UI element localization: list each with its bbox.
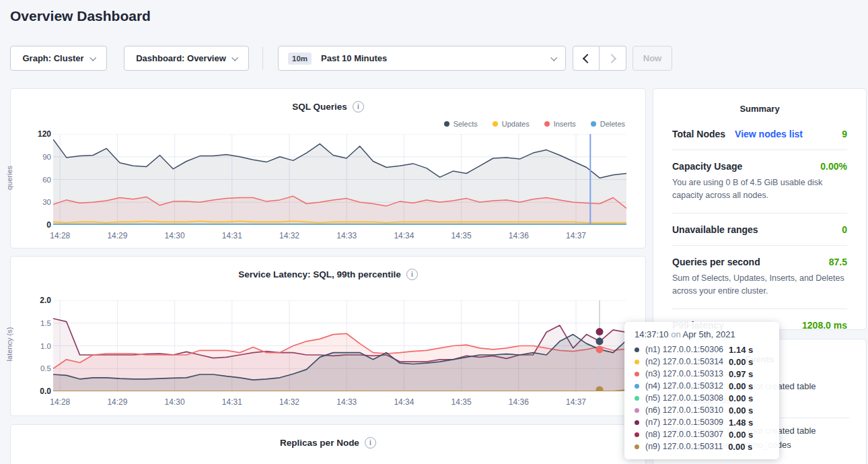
node-color-dot (635, 396, 639, 401)
now-button[interactable]: Now (632, 46, 672, 71)
tooltip-row: (n6) 127.0.0.1:503100.00 s (635, 404, 771, 416)
time-prev-button[interactable] (573, 46, 600, 71)
tooltip-node-value: 0.00 s (729, 430, 753, 440)
node-color-dot (635, 432, 639, 437)
x-tick-label: 14:34 (394, 397, 414, 407)
y-tick-label: 60 (42, 176, 51, 184)
x-tick-label: 14:37 (566, 397, 586, 407)
x-tick-label: 14:32 (279, 397, 299, 407)
toolbar: Graph: Cluster Dashboard: Overview 10m P… (0, 46, 868, 71)
node-color-dot (635, 384, 639, 389)
legend-item-deletes[interactable]: Deletes (591, 120, 625, 128)
y-tick-label: 120 (38, 129, 51, 139)
y-axis-label: latency (s) (5, 304, 13, 385)
tooltip-row: (n3) 127.0.0.1:503130.97 s (635, 368, 771, 380)
tooltip-row: (n8) 127.0.0.1:503070.00 s (635, 428, 771, 440)
tooltip-timestamp: 14:37:10 on Apr 5th, 2021 (635, 329, 771, 339)
x-tick-label: 14:37 (566, 231, 586, 240)
dashboard-dropdown-label: Dashboard: Overview (136, 53, 226, 63)
info-icon[interactable]: i (406, 269, 418, 280)
chart-legend: SelectsUpdatesInsertsDeletes (444, 120, 625, 128)
tooltip-rows: (n1) 127.0.0.1:503061.14 s(n2) 127.0.0.1… (635, 343, 771, 453)
tooltip-node-address: (n2) 127.0.0.1:50314 (645, 357, 723, 366)
legend-dot (493, 121, 498, 127)
tooltip-node-address: (n3) 127.0.0.1:50313 (645, 369, 723, 378)
x-tick-label: 14:33 (336, 231, 357, 240)
y-tick-label: 0.0 (40, 387, 51, 396)
chevron-right-icon (606, 53, 616, 63)
summary-row-capacity: Capacity Usage 0.00% You are using 0 B o… (672, 150, 847, 213)
summary-row-qps: Queries per second 87.5 Sum of Selects, … (672, 246, 847, 309)
node-color-dot (635, 372, 639, 376)
summary-row-unavailable-ranges: Unavailable ranges 0 (672, 213, 847, 246)
capacity-usage-value: 0.00% (820, 161, 847, 172)
graph-dropdown[interactable]: Graph: Cluster (10, 46, 107, 71)
chart-hover-tooltip: 14:37:10 on Apr 5th, 2021 (n1) 127.0.0.1… (624, 322, 779, 459)
dashboard-dropdown[interactable]: Dashboard: Overview (124, 46, 249, 71)
legend-label: Updates (502, 120, 530, 128)
qps-label: Queries per second (672, 257, 760, 267)
y-tick-label: 1.5 (40, 319, 51, 327)
y-tick-label: 0.5 (40, 364, 51, 372)
tooltip-node-address: (n5) 127.0.0.1:50308 (645, 393, 723, 403)
page-title: Overview Dashboard (10, 8, 151, 24)
y-axis-ticks: 0.00.51.01.52.0 (20, 300, 51, 391)
x-tick-label: 14:28 (50, 231, 70, 240)
y-axis-ticks: 0306090120 (20, 134, 51, 225)
legend-label: Deletes (600, 120, 625, 128)
tooltip-node-address: (n4) 127.0.0.1:50312 (645, 381, 723, 391)
tooltip-row: (n7) 127.0.0.1:503091.48 s (635, 416, 771, 428)
x-tick-label: 14:28 (50, 397, 70, 407)
tooltip-node-address: (n7) 127.0.0.1:50309 (645, 418, 723, 427)
tooltip-row: (n9) 127.0.0.1:503110.00 s (635, 440, 771, 453)
info-icon[interactable]: i (365, 437, 376, 449)
tooltip-row: (n5) 127.0.0.1:503080.00 s (635, 392, 771, 404)
sql-queries-plot[interactable] (53, 134, 626, 225)
graph-dropdown-label: Graph: Cluster (22, 53, 83, 63)
tooltip-node-value: 0.00 s (729, 381, 753, 391)
tooltip-row: (n2) 127.0.0.1:503140.00 s (635, 356, 771, 368)
tooltip-node-value: 0.97 s (729, 369, 753, 379)
replicas-per-node-chart-card: Replicas per Node i (10, 424, 646, 464)
service-latency-chart-card: Service Latency: SQL, 99th percentile i … (10, 256, 646, 416)
tooltip-date: Apr 5th, 2021 (683, 329, 735, 339)
node-color-dot (635, 444, 639, 449)
chevron-left-icon (583, 53, 592, 63)
x-tick-label: 14:34 (394, 231, 414, 240)
y-tick-label: 0 (46, 220, 51, 230)
time-range-label: Past 10 Minutes (321, 53, 545, 63)
y-tick-label: 90 (42, 153, 51, 161)
view-nodes-list-link[interactable]: View nodes list (735, 129, 803, 139)
node-color-dot (635, 420, 639, 425)
total-nodes-label: Total Nodes (672, 129, 725, 139)
service-latency-plot[interactable] (53, 300, 626, 391)
tooltip-node-address: (n1) 127.0.0.1:50306 (645, 345, 723, 354)
legend-item-inserts[interactable]: Inserts (544, 120, 576, 128)
legend-label: Selects (454, 120, 478, 128)
chart-title-replicas-per-node: Replicas per Node (280, 438, 359, 448)
legend-item-selects[interactable]: Selects (444, 120, 478, 128)
qps-description: Sum of Selects, Updates, Inserts, and De… (672, 272, 847, 298)
tooltip-on: on (671, 329, 680, 339)
legend-item-updates[interactable]: Updates (493, 120, 530, 128)
tooltip-node-value: 1.14 s (729, 345, 753, 355)
time-next-button[interactable] (600, 46, 626, 71)
summary-heading: Summary (653, 89, 866, 114)
chart-title-sql-queries: SQL Queries (292, 102, 347, 112)
time-range-dropdown[interactable]: 10m Past 10 Minutes (278, 46, 566, 71)
tooltip-node-value: 0.00 s (729, 405, 753, 416)
x-tick-label: 14:36 (509, 397, 529, 407)
chart-title-service-latency: Service Latency: SQL, 99th percentile (238, 269, 401, 279)
summary-panel: Summary Total Nodes View nodes list 9 Ca… (653, 88, 867, 330)
capacity-usage-label: Capacity Usage (672, 161, 742, 172)
y-axis-label: queries (5, 137, 13, 218)
x-tick-label: 14:31 (222, 231, 242, 240)
info-icon[interactable]: i (353, 101, 364, 112)
chevron-down-icon (550, 55, 557, 61)
x-tick-label: 14:30 (165, 231, 185, 240)
tooltip-node-value: 1.48 s (729, 418, 753, 428)
tooltip-node-value: 0.00 s (728, 442, 752, 452)
tooltip-node-address: (n8) 127.0.0.1:50307 (645, 430, 723, 439)
x-tick-label: 14:29 (107, 231, 127, 240)
tooltip-row: (n1) 127.0.0.1:503061.14 s (635, 343, 771, 356)
